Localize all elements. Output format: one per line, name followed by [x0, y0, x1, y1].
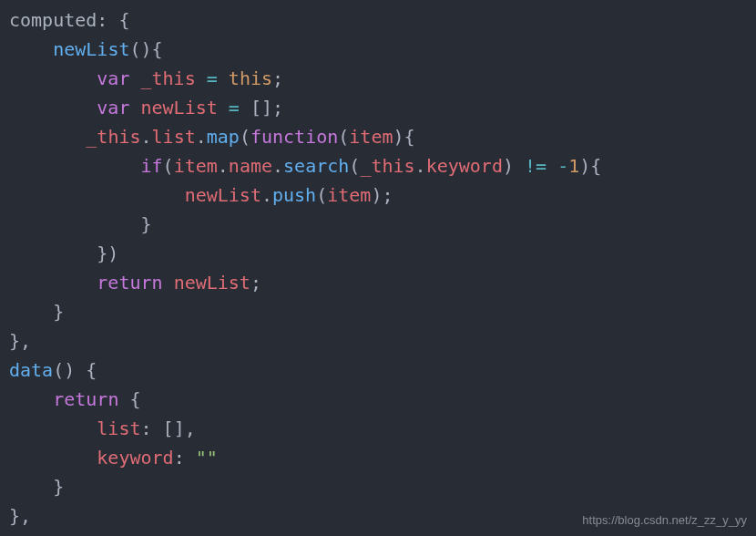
prop-name: name [229, 155, 272, 177]
method-data: data [9, 359, 53, 381]
kw-if: if [141, 155, 163, 177]
code-block: computed: { newList(){ var _this = this;… [0, 0, 756, 536]
num-one: 1 [568, 155, 579, 177]
id-newList: newList [185, 184, 261, 206]
param-item: item [174, 155, 218, 177]
kw-return: return [97, 272, 162, 294]
id-newList: newList [141, 97, 218, 119]
method-newList: newList [53, 38, 129, 60]
prop-keyword: keyword [426, 155, 503, 177]
kw-function: function [250, 126, 338, 148]
id-this-underscore: _this [86, 126, 140, 148]
id-this-underscore: _this [141, 67, 196, 89]
fn-search: search [283, 155, 349, 177]
prop-list: list [152, 126, 196, 148]
fn-push: push [272, 184, 316, 206]
op-minus: - [557, 155, 568, 177]
kw-this: this [229, 67, 272, 89]
token-computed: computed [9, 9, 97, 31]
kw-var: var [97, 97, 129, 119]
lit-empty-string: "" [196, 447, 218, 469]
prop-list-key: list [97, 417, 140, 439]
watermark: https://blog.csdn.net/z_zz_y_yy [582, 511, 747, 531]
param-item: item [349, 126, 393, 148]
kw-var: var [97, 67, 129, 89]
param-item: item [327, 184, 371, 206]
id-newList: newList [174, 272, 250, 294]
kw-return: return [53, 388, 118, 410]
fn-map: map [207, 126, 240, 148]
op-neq: != [525, 155, 547, 177]
id-this-underscore: _this [360, 155, 414, 177]
op-assign: = [207, 67, 218, 89]
prop-keyword-key: keyword [97, 447, 173, 469]
op-assign: = [229, 97, 240, 119]
